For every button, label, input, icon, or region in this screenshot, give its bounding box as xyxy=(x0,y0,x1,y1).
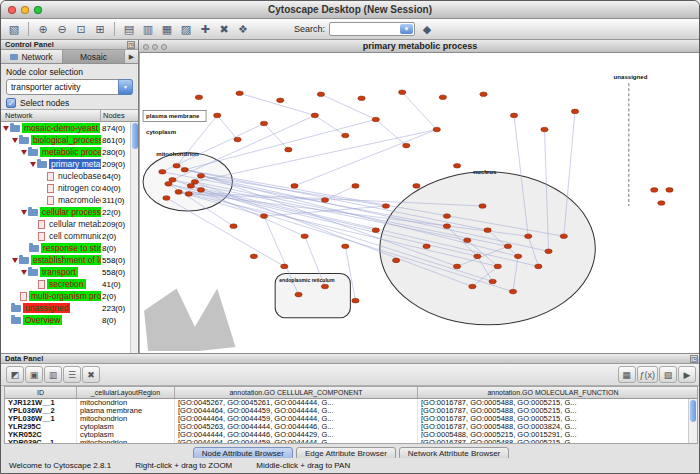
network-node[interactable] xyxy=(399,90,406,95)
network-node[interactable] xyxy=(525,234,532,239)
tree-item[interactable]: primary metabo...209(0) xyxy=(1,158,138,170)
column-header[interactable]: _cellularLayoutRegion xyxy=(77,387,175,398)
network-node[interactable] xyxy=(469,284,476,289)
network-node[interactable] xyxy=(260,121,267,126)
network-node[interactable] xyxy=(509,289,516,294)
tree-item[interactable]: mosaic-demo-yeast874(0) xyxy=(1,122,138,134)
zoom-selected-icon[interactable]: ⊡ xyxy=(72,21,90,37)
network-node[interactable] xyxy=(163,196,170,201)
table-row[interactable]: YLR295Ccytoplasm[GO:0045263, GO:0044444,… xyxy=(5,423,697,431)
network-node[interactable] xyxy=(403,143,410,148)
tree-header-network[interactable]: Network xyxy=(1,110,101,121)
tree-item[interactable]: cellular process22(0) xyxy=(1,206,138,218)
network-node[interactable] xyxy=(352,298,359,303)
select-all-icon[interactable]: ▣ xyxy=(25,366,43,383)
network-node[interactable] xyxy=(480,92,487,97)
network-node[interactable] xyxy=(372,117,379,122)
vizmapper-icon[interactable]: ❖ xyxy=(234,21,252,37)
tree-expand-icon[interactable] xyxy=(12,138,18,143)
tab-mosaic[interactable]: Mosaic xyxy=(63,50,125,63)
network-node[interactable] xyxy=(560,234,567,239)
tree-item[interactable]: cell communicat...2(0) xyxy=(1,230,138,242)
tree-header-nodes[interactable]: Nodes xyxy=(101,110,138,121)
network-edge[interactable] xyxy=(191,186,305,236)
network-node[interactable] xyxy=(175,190,182,195)
table-scrollbar-thumb[interactable] xyxy=(690,400,696,422)
network-node[interactable] xyxy=(489,279,496,284)
network-node[interactable] xyxy=(464,238,471,243)
create-view-icon[interactable]: ▦ xyxy=(158,21,176,37)
network-node[interactable] xyxy=(197,188,204,193)
network-node[interactable] xyxy=(545,249,552,254)
network-node[interactable] xyxy=(342,133,349,138)
network-edge[interactable] xyxy=(217,115,237,139)
float-panel-icon[interactable]: ◳ xyxy=(690,355,698,363)
tree-expand-icon[interactable] xyxy=(21,150,27,155)
open-attribute-icon[interactable]: ▶ xyxy=(678,366,696,383)
save-table-icon[interactable]: ◩ xyxy=(6,366,24,383)
network-node[interactable] xyxy=(311,113,318,118)
network-node[interactable] xyxy=(250,254,257,259)
network-node[interactable] xyxy=(230,224,237,229)
network-node[interactable] xyxy=(291,184,298,189)
network-view-titlebar[interactable]: primary metabolic process xyxy=(139,40,700,53)
network-node[interactable] xyxy=(352,184,359,189)
network-node[interactable] xyxy=(342,244,349,249)
network-edge[interactable] xyxy=(321,94,376,119)
network-node[interactable] xyxy=(234,137,241,142)
network-node[interactable] xyxy=(277,98,284,103)
float-panel-icon[interactable]: ◳ xyxy=(127,41,135,49)
network-node[interactable] xyxy=(301,234,308,239)
network-node[interactable] xyxy=(453,264,460,269)
network-edge[interactable] xyxy=(402,92,437,129)
network-node[interactable] xyxy=(285,147,292,152)
table-row[interactable]: YPL036W__1mitochondrion[GO:0044464, GO:0… xyxy=(5,415,697,423)
network-node[interactable] xyxy=(236,91,243,96)
create-network-icon[interactable]: ▤ xyxy=(120,21,138,37)
tree-item[interactable]: transport558(0) xyxy=(1,266,138,278)
table-row[interactable]: YKR052Ccytoplasm[GO:0044444, GO:0044446,… xyxy=(5,431,697,439)
network-node[interactable] xyxy=(666,188,673,193)
columns-icon[interactable]: ▥ xyxy=(44,366,62,383)
network-node[interactable] xyxy=(423,244,430,249)
network-node[interactable] xyxy=(392,258,399,263)
node-color-dropdown[interactable]: transporter activity ▼ xyxy=(6,79,133,95)
network-node[interactable] xyxy=(535,264,542,269)
network-node[interactable] xyxy=(413,184,420,189)
zoom-window-icon[interactable] xyxy=(34,6,42,14)
tree-item[interactable]: Overview8(0) xyxy=(1,314,138,326)
select-nodes-checkbox[interactable]: ✓ xyxy=(6,98,16,108)
network-node[interactable] xyxy=(358,96,365,101)
network-node[interactable] xyxy=(433,127,440,132)
network-edge[interactable] xyxy=(166,198,284,266)
tree-expand-icon[interactable] xyxy=(3,126,9,131)
destroy-view-icon[interactable]: ▨ xyxy=(177,21,195,37)
tree-scrollbar-thumb[interactable] xyxy=(132,123,138,149)
network-node[interactable] xyxy=(260,214,267,219)
table-row[interactable]: YDR039C__1mitochondrion[GO:0044464, GO:0… xyxy=(5,438,697,444)
tree-expand-icon[interactable] xyxy=(12,258,18,263)
network-node[interactable] xyxy=(484,228,491,233)
network-node[interactable] xyxy=(197,174,204,179)
compartment-mitochondrion[interactable] xyxy=(143,153,232,211)
network-node[interactable] xyxy=(185,192,192,197)
column-header[interactable]: annotation.GO MOLECULAR_FUNCTION xyxy=(418,387,688,398)
tree-item[interactable]: metabolic process280(0) xyxy=(1,146,138,158)
dropdown-arrow-icon[interactable]: ▼ xyxy=(118,79,133,95)
network-node[interactable] xyxy=(321,198,328,203)
import-attributes-icon[interactable]: ▧ xyxy=(659,366,677,383)
tree-item[interactable]: secretion41(0) xyxy=(1,278,138,290)
zoom-fit-icon[interactable]: ⊞ xyxy=(91,21,109,37)
network-node[interactable] xyxy=(159,169,166,174)
tree-item[interactable]: response to stimul...8(0) xyxy=(1,242,138,254)
import-network-icon[interactable]: ✚ xyxy=(196,21,214,37)
tab-network[interactable]: Network xyxy=(1,50,63,63)
network-node[interactable] xyxy=(504,244,511,249)
network-node[interactable] xyxy=(474,254,481,259)
column-header[interactable]: ID xyxy=(5,387,77,398)
network-node[interactable] xyxy=(494,264,501,269)
tree-item[interactable]: establishment of lo...558(0) xyxy=(1,254,138,266)
network-node[interactable] xyxy=(439,95,446,100)
destroy-network-icon[interactable]: ▥ xyxy=(139,21,157,37)
network-node[interactable] xyxy=(165,182,172,187)
